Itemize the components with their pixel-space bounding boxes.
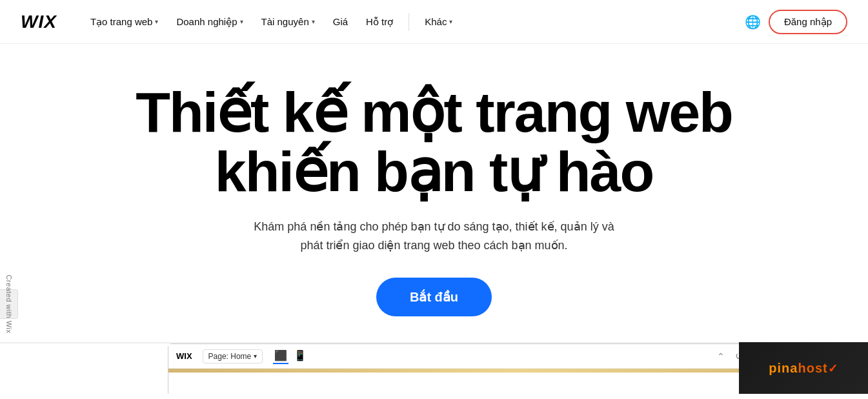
nav-divider xyxy=(409,13,409,31)
hero-section: Created with Wix Thiết kế một trang web … xyxy=(0,44,868,342)
hero-cta-button[interactable]: Bắt đầu xyxy=(376,278,492,316)
nav-item-pricing[interactable]: Giá xyxy=(325,11,356,32)
editor-page-selector[interactable]: Page: Home ▾ xyxy=(203,349,263,363)
brand-watermark-text: pinahost✓ xyxy=(769,360,838,376)
side-tab: Created with Wix xyxy=(0,289,18,319)
login-button[interactable]: Đăng nhập xyxy=(769,10,847,34)
nav-item-more[interactable]: Khác ▾ xyxy=(417,11,460,32)
editor-view-icons: ⬛ 📱 xyxy=(273,348,308,364)
navbar-right: 🌐 Đăng nhập xyxy=(745,10,847,34)
nav-item-business[interactable]: Doanh nghiệp ▾ xyxy=(168,11,250,33)
chevron-down-icon: ▾ xyxy=(449,18,452,25)
desktop-view-icon[interactable]: ⬛ xyxy=(273,348,288,364)
brand-watermark: pinahost✓ xyxy=(739,342,868,394)
nav-item-resources[interactable]: Tài nguyên ▾ xyxy=(254,11,323,32)
navbar: WiX Tạo trang web ▾ Doanh nghiệp ▾ Tài n… xyxy=(0,0,868,44)
side-tab-label: Created with Wix xyxy=(5,274,13,333)
bottom-strip: WiX Page: Home ▾ ⬛ 📱 ⌃ ↺ ↻ Preview Publi… xyxy=(0,342,868,394)
nav-links: Tạo trang web ▾ Doanh nghiệp ▾ Tài nguyê… xyxy=(83,11,745,33)
hero-title: Thiết kế một trang web khiến bạn tự hào xyxy=(26,83,842,202)
nav-item-create[interactable]: Tạo trang web ▾ xyxy=(83,11,167,33)
chevron-down-icon: ▾ xyxy=(155,18,158,25)
editor-logo: WiX xyxy=(176,351,192,361)
nav-item-support[interactable]: Hỗ trợ xyxy=(358,11,401,33)
chevron-down-icon: ▾ xyxy=(240,18,243,25)
chevron-down-icon: ▾ xyxy=(254,353,257,360)
globe-icon[interactable]: 🌐 xyxy=(745,14,761,30)
page-wrapper: WiX Tạo trang web ▾ Doanh nghiệp ▾ Tài n… xyxy=(0,0,868,394)
mobile-view-icon[interactable]: 📱 xyxy=(292,348,308,364)
hero-subtitle: Khám phá nền tảng cho phép bạn tự do sán… xyxy=(254,218,615,255)
chevron-down-icon: ▾ xyxy=(312,18,315,25)
collapse-panel-icon[interactable]: ⌃ xyxy=(717,351,725,362)
site-logo[interactable]: WiX xyxy=(21,12,57,32)
